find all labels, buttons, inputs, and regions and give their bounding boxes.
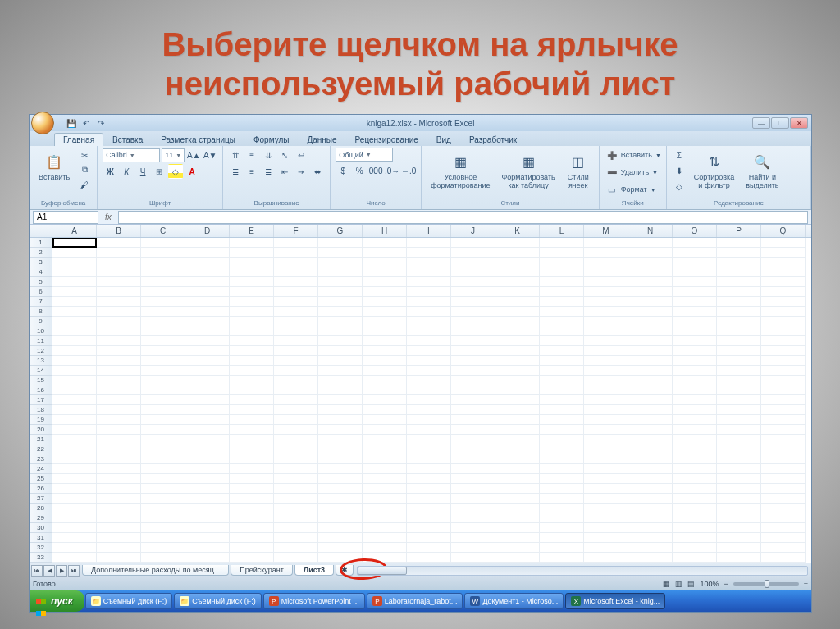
maximize-button[interactable]: ☐ xyxy=(771,117,789,129)
cell[interactable] xyxy=(363,425,407,435)
cell[interactable] xyxy=(540,543,584,553)
cell[interactable] xyxy=(274,248,318,258)
name-box[interactable]: A1 xyxy=(33,211,98,224)
column-header[interactable]: F xyxy=(274,225,318,237)
cell[interactable] xyxy=(363,553,407,563)
cell[interactable] xyxy=(717,513,761,523)
cell[interactable] xyxy=(584,504,628,513)
cell[interactable] xyxy=(141,454,185,464)
align-center-icon[interactable]: ≡ xyxy=(244,164,259,179)
cell[interactable] xyxy=(318,553,363,563)
cell[interactable] xyxy=(97,267,141,277)
cell[interactable] xyxy=(318,356,363,366)
cell[interactable] xyxy=(407,523,451,533)
sheet-tab-list3[interactable]: Лист3 xyxy=(294,565,334,576)
cell[interactable] xyxy=(185,326,230,336)
cell[interactable] xyxy=(584,258,628,267)
cell[interactable] xyxy=(363,444,407,454)
cell[interactable] xyxy=(318,248,363,258)
cell[interactable] xyxy=(673,287,717,297)
cell[interactable] xyxy=(97,553,141,563)
cell[interactable] xyxy=(673,425,717,435)
cell[interactable] xyxy=(628,464,673,474)
cell[interactable] xyxy=(540,454,584,464)
close-button[interactable]: ✕ xyxy=(790,117,808,129)
column-header[interactable]: O xyxy=(673,225,717,237)
cell[interactable] xyxy=(407,533,451,543)
cell[interactable] xyxy=(230,504,274,513)
cell[interactable] xyxy=(717,543,761,553)
cell[interactable] xyxy=(584,435,628,444)
row-header[interactable]: 3 xyxy=(30,258,52,267)
cell[interactable] xyxy=(495,533,540,543)
cell[interactable] xyxy=(584,336,628,346)
cell[interactable] xyxy=(717,553,761,563)
column-header[interactable]: H xyxy=(363,225,407,237)
zoom-level[interactable]: 100% xyxy=(700,580,719,588)
zoom-out-icon[interactable]: − xyxy=(724,580,728,588)
cell[interactable] xyxy=(407,366,451,376)
cell[interactable] xyxy=(185,435,230,444)
cell[interactable] xyxy=(584,474,628,484)
cell[interactable] xyxy=(628,238,673,248)
cell[interactable] xyxy=(141,336,185,346)
font-size-combo[interactable]: 11▼ xyxy=(162,148,185,162)
cell[interactable] xyxy=(274,504,318,513)
column-header[interactable]: L xyxy=(540,225,584,237)
cell[interactable] xyxy=(540,376,584,385)
row-header[interactable]: 1 xyxy=(30,238,52,248)
cell[interactable] xyxy=(363,533,407,543)
taskbar-item[interactable]: 📁Съемный диск (F:) xyxy=(85,593,173,609)
cell[interactable] xyxy=(540,464,584,474)
font-color-icon[interactable]: A xyxy=(185,164,199,179)
cell[interactable] xyxy=(407,405,451,415)
cell[interactable] xyxy=(540,494,584,504)
copy-icon[interactable]: ⧉ xyxy=(77,162,92,177)
cell[interactable] xyxy=(761,395,806,405)
cell[interactable] xyxy=(584,454,628,464)
cell[interactable] xyxy=(628,385,673,395)
cell[interactable] xyxy=(761,484,806,494)
font-name-combo[interactable]: Calibri▼ xyxy=(103,148,160,162)
cell[interactable] xyxy=(185,356,230,366)
new-sheet-button[interactable]: ✱ xyxy=(336,565,354,576)
cell[interactable] xyxy=(230,258,274,267)
cell[interactable] xyxy=(318,395,363,405)
cell[interactable] xyxy=(363,267,407,277)
cell[interactable] xyxy=(363,543,407,553)
clear-icon[interactable]: ◇ xyxy=(672,179,687,194)
cell[interactable] xyxy=(274,523,318,533)
cell[interactable] xyxy=(495,277,540,287)
cell[interactable] xyxy=(52,533,97,543)
cell[interactable] xyxy=(318,346,363,356)
cell[interactable] xyxy=(274,326,318,336)
cell[interactable] xyxy=(717,504,761,513)
cell[interactable] xyxy=(628,504,673,513)
cell[interactable] xyxy=(495,248,540,258)
cell[interactable] xyxy=(540,267,584,277)
cell[interactable] xyxy=(761,277,806,287)
cell[interactable] xyxy=(363,297,407,307)
cell[interactable] xyxy=(628,356,673,366)
cell[interactable] xyxy=(673,356,717,366)
cell[interactable] xyxy=(717,484,761,494)
cell[interactable] xyxy=(540,366,584,376)
cell[interactable] xyxy=(52,336,97,346)
row-header[interactable]: 23 xyxy=(30,454,52,464)
cell[interactable] xyxy=(274,356,318,366)
cell[interactable] xyxy=(540,317,584,326)
tab-developer[interactable]: Разработчик xyxy=(460,133,526,146)
cell[interactable] xyxy=(584,356,628,366)
cell[interactable] xyxy=(141,395,185,405)
cell[interactable] xyxy=(407,238,451,248)
cell[interactable] xyxy=(495,238,540,248)
cell[interactable] xyxy=(52,474,97,484)
cell[interactable] xyxy=(97,395,141,405)
cell[interactable] xyxy=(540,287,584,297)
cell[interactable] xyxy=(407,504,451,513)
cell[interactable] xyxy=(230,356,274,366)
cell[interactable] xyxy=(97,513,141,523)
cell[interactable] xyxy=(761,258,806,267)
cell[interactable] xyxy=(52,494,97,504)
cell[interactable] xyxy=(274,346,318,356)
